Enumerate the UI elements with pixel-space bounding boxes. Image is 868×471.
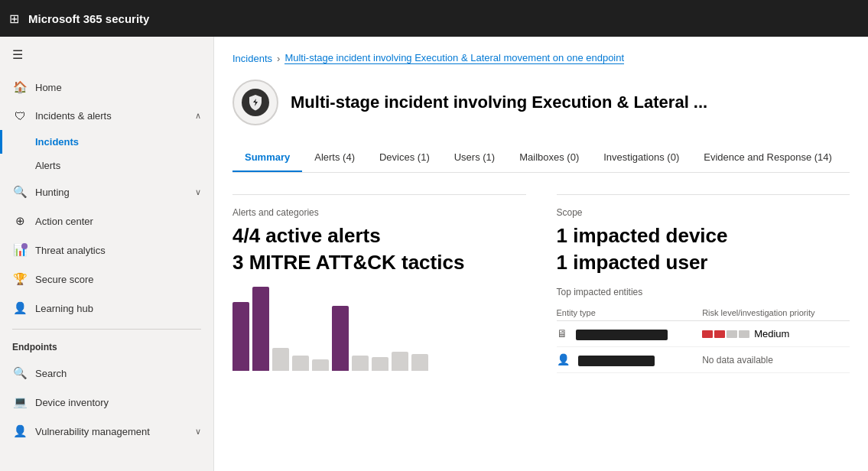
alerts-section: Alerts and categories 4/4 active alerts …: [232, 188, 526, 373]
entity-row-user: 👤 No data available: [557, 346, 850, 372]
impacted-device-stat: 1 impacted device: [557, 224, 850, 248]
risk-sq-3: [727, 330, 737, 338]
sidebar-item-label: Device inventory: [35, 397, 201, 408]
notification-dot: [21, 243, 28, 249]
tab-users[interactable]: Users (1): [442, 144, 507, 172]
secure-score-icon: 🏆: [12, 272, 28, 286]
risk-badge-device: Medium: [702, 328, 850, 339]
sidebar-item-threat-analytics[interactable]: 📊 Threat analytics: [0, 236, 213, 265]
breadcrumb: Incidents › Multi-stage incident involvi…: [232, 52, 850, 64]
user-row-icon: 👤: [557, 353, 570, 365]
sidebar-item-secure-score[interactable]: 🏆 Secure score: [0, 265, 213, 294]
sidebar-item-device-inventory[interactable]: 💻 Device inventory: [0, 388, 213, 417]
scope-section-label: Scope: [557, 207, 850, 218]
risk-col-header: Risk level/investigation priority: [702, 305, 850, 321]
entity-row-device: 🖥: [557, 321, 850, 347]
breadcrumb-separator: ›: [277, 53, 280, 64]
chart-bar-4: [312, 359, 329, 371]
tab-summary[interactable]: Summary: [232, 144, 302, 172]
home-icon: 🏠: [12, 80, 28, 94]
sub-item-label: Alerts: [35, 160, 60, 171]
top-impacted-label: Top impacted entities: [557, 287, 850, 297]
page-header: Multi-stage incident involving Execution…: [232, 80, 850, 125]
sidebar-sub-item-alerts[interactable]: Alerts: [0, 154, 213, 177]
sidebar-item-vulnerability-management[interactable]: 👤 Vulnerability management ∨: [0, 417, 213, 446]
chart-bar-5: [332, 306, 349, 371]
chart-bar-8: [392, 352, 408, 371]
content-area: Incidents › Multi-stage incident involvi…: [214, 37, 868, 471]
no-data-label: No data available: [702, 355, 773, 365]
shield-icon: 🛡: [12, 109, 28, 122]
sidebar-item-home[interactable]: 🏠 Home: [0, 73, 213, 102]
chevron-down-icon: ∨: [195, 427, 201, 437]
chevron-up-icon: ∧: [195, 111, 201, 121]
incident-icon-circle: [232, 80, 278, 125]
chart-bar-0: [232, 302, 249, 371]
entity-type-device: 🖥: [557, 321, 703, 347]
topbar: ⊞ Microsoft 365 security: [0, 0, 868, 37]
impacted-user-stat: 1 impacted user: [557, 251, 850, 274]
page-title: Multi-stage incident involving Execution…: [291, 93, 707, 112]
sidebar-item-search[interactable]: 🔍 Search: [0, 359, 213, 388]
endpoints-section-label: Endpoints: [0, 336, 213, 359]
device-icon: 💻: [12, 395, 28, 409]
risk-sq-4: [739, 330, 749, 338]
sidebar-item-label: Incidents & alerts: [35, 110, 187, 122]
action-center-icon: ⊕: [12, 214, 28, 228]
sidebar-item-learning-hub[interactable]: 👤 Learning hub: [0, 294, 213, 323]
entity-risk-user: No data available: [702, 346, 850, 372]
chart-bar-7: [372, 357, 388, 371]
sidebar-item-incidents-alerts[interactable]: 🛡 Incidents & alerts ∧: [0, 102, 213, 130]
sidebar-item-action-center[interactable]: ⊕ Action center: [0, 206, 213, 236]
main-layout: ☰ 🏠 Home 🛡 Incidents & alerts ∧ Incident…: [0, 37, 868, 471]
entity-risk-device: Medium: [702, 321, 850, 347]
entity-type-user: 👤: [557, 346, 703, 372]
tab-mailboxes[interactable]: Mailboxes (0): [507, 144, 591, 172]
chart-bar-1: [252, 287, 269, 371]
tab-devices[interactable]: Devices (1): [367, 144, 442, 172]
chart-bar-2: [272, 348, 289, 371]
sidebar-sub-item-incidents[interactable]: Incidents: [0, 130, 213, 154]
sidebar-item-label: Learning hub: [35, 303, 201, 314]
chart-bar-9: [411, 354, 428, 371]
entities-table: Entity type Risk level/investigation pri…: [557, 305, 850, 372]
breadcrumb-parent-link[interactable]: Incidents: [232, 53, 272, 64]
risk-label-medium: Medium: [754, 328, 789, 339]
vuln-icon: 👤: [12, 424, 28, 438]
sidebar-item-hunting[interactable]: 🔍 Hunting ∨: [0, 177, 213, 206]
mitre-tactics-stat: 3 MITRE ATT&CK tactics: [232, 251, 526, 274]
tabs-bar: Summary Alerts (4) Devices (1) Users (1)…: [232, 144, 850, 173]
risk-squares: [702, 330, 749, 338]
tab-investigations[interactable]: Investigations (0): [591, 144, 691, 172]
sidebar-toggle[interactable]: ☰: [0, 37, 213, 73]
sidebar-item-label: Threat analytics: [35, 245, 201, 256]
entity-name-redacted-device: [576, 330, 668, 340]
search-icon: 🔍: [12, 366, 28, 380]
sidebar-item-label: Home: [35, 82, 201, 93]
entity-type-col-header: Entity type: [557, 305, 703, 321]
risk-sq-1: [702, 330, 713, 338]
content-grid: Alerts and categories 4/4 active alerts …: [232, 188, 850, 373]
section-divider: [232, 194, 526, 195]
hunting-icon: 🔍: [12, 185, 28, 199]
chart-area: [232, 287, 526, 371]
grid-icon[interactable]: ⊞: [9, 11, 19, 26]
sidebar-item-label: Vulnerability management: [35, 426, 187, 437]
sidebar-item-label: Secure score: [35, 274, 201, 285]
incident-icon-inner: [242, 89, 269, 116]
scope-section: Scope 1 impacted device 1 impacted user …: [557, 188, 850, 373]
device-row-icon: 🖥: [557, 327, 567, 339]
chevron-down-icon: ∨: [195, 187, 201, 197]
sub-item-label: Incidents: [35, 136, 79, 148]
sidebar-divider: [12, 329, 201, 330]
chart-bar-6: [352, 356, 369, 371]
breadcrumb-current[interactable]: Multi-stage incident involving Execution…: [284, 52, 624, 64]
risk-sq-2: [714, 330, 725, 338]
tab-evidence-response[interactable]: Evidence and Response (14): [691, 144, 844, 172]
alerts-section-label: Alerts and categories: [232, 207, 526, 218]
tab-alerts[interactable]: Alerts (4): [302, 144, 367, 172]
chart-bar-3: [292, 356, 309, 371]
sidebar-item-label: Hunting: [35, 187, 187, 198]
app-title: Microsoft 365 security: [28, 12, 149, 25]
section-divider: [557, 194, 850, 195]
